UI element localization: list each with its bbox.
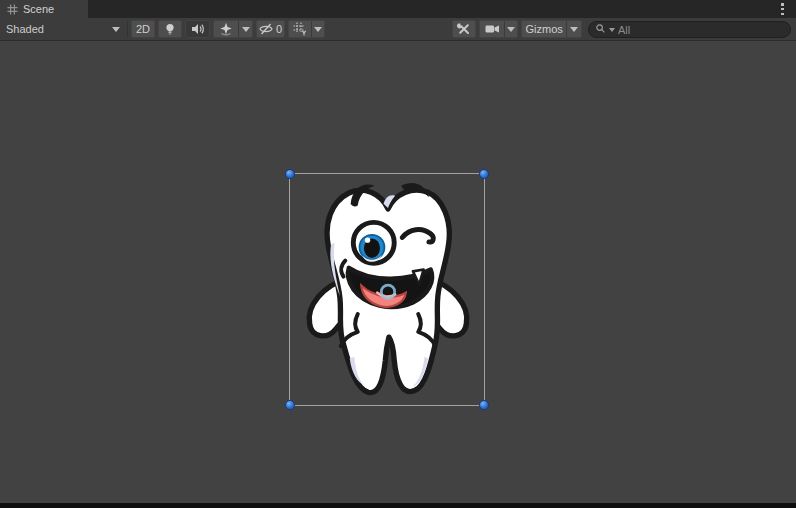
chevron-down-icon [112,27,120,32]
scene-search-field[interactable] [588,21,791,38]
selection-handle-bottom-right[interactable] [479,400,489,410]
component-tools-button[interactable] [452,20,476,38]
hidden-count: 0 [276,23,282,35]
scene-camera-button[interactable] [479,20,518,38]
selection-outline [289,173,485,406]
toggle-2d-button[interactable]: 2D [131,20,155,38]
shading-mode-label: Shaded [6,23,44,35]
search-filter-caret-icon[interactable] [609,28,615,32]
gizmos-dropdown[interactable] [566,21,581,37]
tools-icon [457,22,471,36]
camera-icon [480,21,504,37]
scene-lighting-button[interactable] [158,20,182,38]
tab-bar: Scene [0,0,796,18]
tab-scene[interactable]: Scene [0,0,88,18]
vertical-ellipsis-icon[interactable] [781,3,784,15]
gizmos-button[interactable]: Gizmos [521,20,582,38]
scene-toolbar: Shaded 2D [0,18,796,41]
magnifier-icon [595,23,606,36]
grid-dropdown[interactable] [311,21,324,37]
grid-y-axis-icon [289,21,311,37]
scene-audio-button[interactable] [185,20,210,38]
chevron-down-icon [242,27,250,32]
selection-handle-top-left[interactable] [285,169,295,179]
light-bulb-icon [163,22,177,36]
grid-icon [7,4,18,15]
effects-star-icon [214,21,238,37]
unity-scene-window: Scene Shaded 2D [0,0,796,508]
camera-dropdown[interactable] [504,21,517,37]
2d-label: 2D [136,23,150,35]
scene-visibility-button[interactable]: 0 [256,20,285,38]
effects-dropdown[interactable] [238,21,252,37]
shading-mode-dropdown[interactable]: Shaded [0,20,126,38]
hidden-eye-icon [259,22,273,36]
toolbar-separator [127,21,128,37]
selection-handle-top-right[interactable] [479,169,489,179]
audio-speaker-icon [191,22,205,36]
grid-visibility-button[interactable] [288,20,325,38]
tab-label: Scene [23,3,54,15]
scene-viewport[interactable] [0,41,796,503]
gizmos-label: Gizmos [522,21,566,37]
chevron-down-icon [570,27,578,32]
chevron-down-icon [507,27,515,32]
search-input[interactable] [618,24,784,36]
chevron-down-icon [314,27,322,32]
selection-handle-bottom-left[interactable] [285,400,295,410]
window-bottom-edge [0,503,796,508]
scene-effects-button[interactable] [213,20,253,38]
